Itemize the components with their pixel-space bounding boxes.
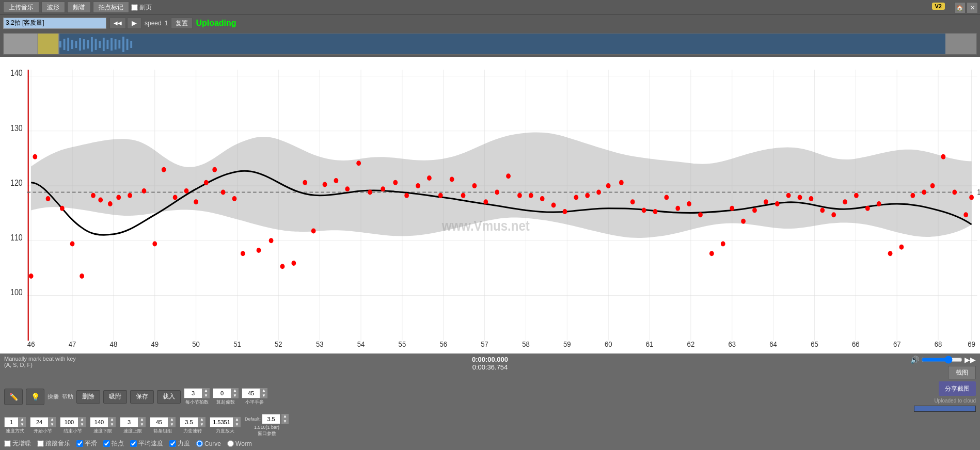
small-key-up-btn[interactable]: ▲ <box>260 388 267 393</box>
play-btn[interactable]: ▶ <box>127 18 141 29</box>
svg-rect-0 <box>59 41 61 47</box>
speed-upper-down-btn[interactable]: ▼ <box>138 422 146 427</box>
line-density-input[interactable] <box>150 417 168 427</box>
share-split-btn[interactable]: 分享截图 <box>939 381 976 396</box>
force-checkbox-label[interactable]: 力度 <box>169 439 190 448</box>
screenshot-btn[interactable]: 截图 <box>948 366 976 379</box>
x-label-64: 64 <box>769 340 777 349</box>
end-bar-down-btn[interactable]: ▼ <box>78 422 86 427</box>
svg-rect-11 <box>103 38 105 51</box>
noise-checkbox[interactable] <box>4 440 11 447</box>
svg-point-128 <box>899 245 904 250</box>
svg-rect-3 <box>71 40 73 49</box>
speed-max-up-btn[interactable]: ▲ <box>233 417 241 422</box>
small-key-down-btn[interactable]: ▼ <box>260 393 267 398</box>
subpage-checkbox-label[interactable]: 副页 <box>131 3 152 12</box>
waveform-btn[interactable]: 波形 <box>41 2 65 13</box>
svg-point-63 <box>173 195 178 200</box>
close-btn[interactable]: ✕ <box>967 2 978 13</box>
avg-speed-checkbox-label[interactable]: 平均速度 <box>130 439 163 448</box>
window-param-input[interactable] <box>262 414 280 424</box>
per-bar-up-btn[interactable]: ▲ <box>202 388 210 393</box>
beat-checkbox-label[interactable]: 拍点 <box>103 439 124 448</box>
offset-up-btn[interactable]: ▲ <box>231 388 239 393</box>
speed-upper-input[interactable] <box>120 417 138 427</box>
y-label-110: 110 <box>10 233 23 242</box>
force-checkbox[interactable] <box>169 440 176 447</box>
x-label-55: 55 <box>399 340 406 349</box>
end-bar-up-btn[interactable]: ▲ <box>78 417 86 422</box>
start-bar-down-btn[interactable]: ▼ <box>49 422 56 427</box>
prev-btn[interactable]: ◀◀ <box>109 18 126 29</box>
x-label-69: 69 <box>968 340 975 349</box>
delete-btn[interactable]: 删除 <box>76 390 100 404</box>
minimize-btn[interactable]: 🏠 <box>954 2 966 13</box>
speed-mode-up-btn[interactable]: ▲ <box>19 417 26 422</box>
svg-point-120 <box>809 196 814 201</box>
spectrum-btn[interactable]: 频谱 <box>67 2 91 13</box>
upload-music-btn[interactable]: 上传音乐 <box>3 2 39 13</box>
speed-max-down-btn[interactable]: ▼ <box>233 422 241 427</box>
time-display2: 0:00:36.754 <box>472 363 508 371</box>
speed-upper-label: 速度上限 <box>123 428 142 435</box>
svg-point-78 <box>334 178 339 183</box>
x-label-48: 48 <box>110 340 118 349</box>
offset-down-btn[interactable]: ▼ <box>231 393 239 398</box>
start-bar-up-btn[interactable]: ▲ <box>49 417 56 422</box>
speed-mode-input[interactable] <box>4 417 19 427</box>
speed-max-input[interactable] <box>210 417 233 427</box>
small-key-input[interactable] <box>242 388 260 398</box>
beat-checkbox[interactable] <box>103 440 110 447</box>
waveform-main <box>59 34 945 55</box>
speed-change-input[interactable] <box>180 417 198 427</box>
waveform-container[interactable] <box>3 33 977 55</box>
curve-radio-label[interactable]: Curve <box>196 440 221 447</box>
per-bar-beats-input[interactable] <box>184 388 202 398</box>
bass-checkbox[interactable] <box>37 440 44 447</box>
worm-radio[interactable] <box>227 440 234 447</box>
beat-mark-btn[interactable]: 拍点标记 <box>93 2 129 13</box>
window-up-btn[interactable]: ▲ <box>281 414 289 419</box>
svg-point-113 <box>730 206 734 211</box>
start-bar-input[interactable] <box>30 417 49 427</box>
curve-radio[interactable] <box>196 440 203 447</box>
line-density-down-btn[interactable]: ▼ <box>168 422 176 427</box>
smooth-checkbox-label[interactable]: 平滑 <box>76 439 97 448</box>
upload-cloud-label: Uploaded to cloud <box>934 398 976 404</box>
window-down-btn[interactable]: ▼ <box>281 419 289 424</box>
reset-btn[interactable]: 复置 <box>171 18 193 29</box>
bass-checkbox-label[interactable]: 踏踏音乐 <box>37 439 70 448</box>
volume-icon: 🔊 <box>910 356 919 364</box>
avg-speed-checkbox[interactable] <box>130 440 137 447</box>
svg-point-109 <box>687 201 691 206</box>
end-bar-input[interactable] <box>60 417 78 427</box>
worm-radio-label[interactable]: Worm <box>227 440 252 447</box>
offset-label: 算起偏数 <box>216 399 235 406</box>
line-density-up-btn[interactable]: ▲ <box>168 417 176 422</box>
volume-slider[interactable] <box>921 356 962 364</box>
save-btn[interactable]: 保存 <box>130 390 154 404</box>
svg-point-85 <box>416 183 420 188</box>
second-toolbar: ◀◀ ▶ speed 1 复置 Uploading <box>0 14 980 31</box>
subpage-checkbox[interactable] <box>131 4 138 11</box>
per-bar-down-btn[interactable]: ▼ <box>202 393 210 398</box>
svg-point-106 <box>653 209 658 214</box>
noise-checkbox-label[interactable]: 无增噪 <box>4 439 31 448</box>
edit-icon-btn[interactable]: ✏️ <box>4 389 23 405</box>
speed-mode-down-btn[interactable]: ▼ <box>19 422 26 427</box>
speed-lower-down-btn[interactable]: ▼ <box>108 422 116 427</box>
smooth-checkbox[interactable] <box>76 440 83 447</box>
load-btn[interactable]: 载入 <box>157 390 181 404</box>
hint-text2: (A, S, D, F) <box>4 362 76 368</box>
speed-upper-up-btn[interactable]: ▲ <box>138 417 146 422</box>
speed-change-up-btn[interactable]: ▲ <box>198 417 206 422</box>
song-title-input[interactable] <box>3 18 106 29</box>
speed-lower-input[interactable] <box>90 417 108 427</box>
speed-change-down-btn[interactable]: ▼ <box>198 422 206 427</box>
absorb-btn[interactable]: 吸附 <box>103 390 127 404</box>
svg-point-96 <box>540 196 545 201</box>
speed-lower-up-btn[interactable]: ▲ <box>108 417 116 422</box>
offset-input[interactable] <box>213 388 231 398</box>
y-label-100: 100 <box>10 288 23 297</box>
help-icon-btn[interactable]: 💡 <box>26 389 44 405</box>
